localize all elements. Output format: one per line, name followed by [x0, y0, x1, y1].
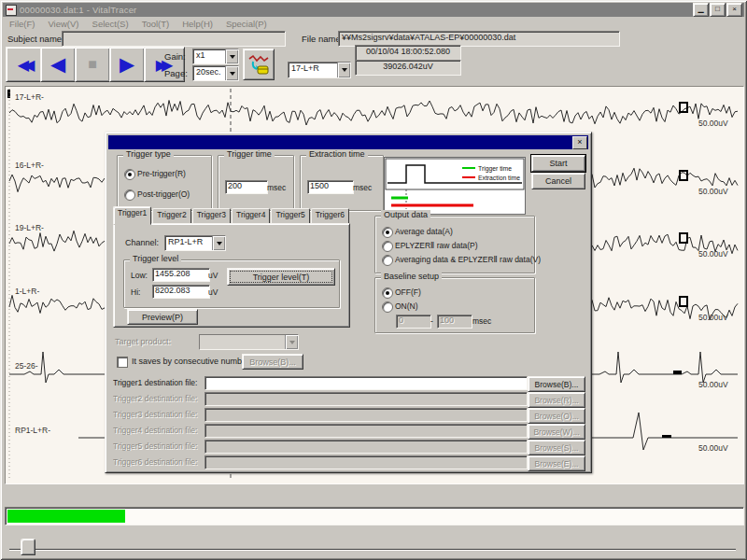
destination-label: Trigger5 destination file:: [113, 441, 203, 451]
extraction-time-input[interactable]: 1500: [307, 180, 354, 194]
target-product-label: Target product:: [115, 337, 171, 346]
legend-trigger-label: Trigger time: [478, 165, 512, 173]
channel-label: 25-26-: [15, 361, 38, 371]
tab-trigger4[interactable]: Trigger4: [232, 208, 270, 224]
stop-icon: ■: [88, 56, 97, 73]
browse-button: Browse(E)...: [528, 455, 585, 471]
trigger-channel-dropdown-button[interactable]: [212, 236, 225, 250]
scroll-slider-track[interactable]: [9, 549, 736, 551]
channel-scale: 50.00uV: [698, 313, 728, 322]
channel-select[interactable]: 17-L+R: [288, 62, 351, 78]
subject-name-label: Subject name: [7, 34, 62, 44]
destination-input: [204, 408, 528, 422]
tab-trigger2[interactable]: Trigger2: [152, 208, 190, 224]
trigger-level-button[interactable]: Trigger level(T): [227, 268, 335, 286]
destination-input: [204, 424, 528, 438]
start-button[interactable]: Start: [531, 155, 585, 172]
page-dropdown-button[interactable]: [225, 66, 238, 80]
stop-button[interactable]: ■: [75, 47, 110, 82]
chevron-down-icon: [289, 341, 295, 344]
gain-label: Gain:: [164, 51, 186, 62]
menu-item-help[interactable]: Help(H): [176, 19, 219, 29]
tab-trigger5[interactable]: Trigger5: [271, 208, 309, 224]
average-data-radio[interactable]: [382, 227, 393, 238]
menu-item-tool[interactable]: Tool(T): [135, 19, 176, 29]
destination-label: Trigger6 destination file:: [113, 457, 203, 467]
forward-button[interactable]: ▶: [109, 47, 145, 82]
page-value: 20sec.: [193, 66, 225, 80]
progress-bar: [5, 507, 744, 525]
pre-trigger-radio[interactable]: [124, 169, 135, 180]
destination-label: Trigger4 destination file:: [113, 426, 203, 435]
channel-scale: 50.00uV: [698, 119, 728, 128]
trigger-level-hi-input[interactable]: 8202.083: [152, 285, 210, 299]
maximize-icon[interactable]: □: [710, 3, 726, 17]
destination-input: [204, 455, 528, 469]
datetime-display: 00/10/04 18:00:52.080: [355, 45, 461, 61]
forward-icon: ▶: [120, 53, 134, 76]
cancel-button[interactable]: Cancel: [531, 173, 585, 189]
channel-scale: 50.00uV: [698, 187, 728, 196]
trigger-level-group: Trigger level Low: 1455.208 uV Hi: 8202.…: [123, 259, 340, 308]
chevron-down-icon: [230, 72, 235, 76]
consecutive-numbers-checkbox[interactable]: [117, 357, 128, 368]
browse-button[interactable]: Browse(B)...: [528, 376, 585, 392]
menu-bar: File(F) View(V) Select(S) Tool(T) Help(H…: [3, 17, 744, 30]
menu-item-file[interactable]: File(F): [3, 19, 41, 29]
trigger-level-low-input[interactable]: 1455.208: [152, 268, 210, 282]
eplyzer-raw-radio[interactable]: [382, 241, 393, 252]
legend-extraction-label: Extraction time: [478, 175, 520, 181]
baseline-on-radio[interactable]: [382, 301, 393, 313]
menu-item-special[interactable]: Special(P): [219, 19, 274, 29]
browse-button: Browse(S)...: [528, 440, 585, 455]
destination-label: Trigger2 destination file:: [113, 394, 203, 403]
rewind-button[interactable]: ◀: [40, 47, 76, 82]
channel-label: RP1-L+R-: [15, 426, 50, 435]
channel-scale: 50.00uV: [698, 380, 728, 389]
channel-label: 1-L+R-: [15, 287, 39, 296]
channel-scale: 50.00uV: [698, 249, 728, 259]
output-data-group: Output data Average data(A) EPLYZERⅡ raw…: [374, 216, 535, 273]
trigger1-panel: Channel: RP1-L+R Trigger level Low: 1455…: [113, 223, 350, 328]
close-icon[interactable]: ×: [726, 3, 742, 17]
menu-item-view[interactable]: View(V): [41, 19, 85, 29]
fast-rewind-icon: ◀◀: [18, 56, 30, 74]
subject-name-field[interactable]: [62, 31, 286, 47]
rewind-icon: ◀: [50, 53, 65, 76]
scroll-slider-handle[interactable]: [21, 539, 35, 555]
gain-dropdown-button[interactable]: [225, 49, 238, 63]
destination-label: Trigger1 destination file:: [113, 378, 203, 387]
channel-label: 19-L+R-: [15, 223, 44, 232]
tab-trigger6[interactable]: Trigger6: [311, 208, 349, 224]
trigger-channel-select[interactable]: RP1-L+R: [164, 235, 226, 251]
post-trigger-radio[interactable]: [124, 189, 135, 201]
trigger-tabs: Trigger1 Trigger2 Trigger3 Trigger4 Trig…: [113, 209, 350, 224]
page-select[interactable]: 20sec.: [192, 65, 239, 81]
trigger-time-group: Trigger time 200 msec: [218, 155, 294, 211]
window-titlebar: 00000030.dat:1 - VitalTracer ▁ □ ×: [3, 3, 744, 17]
browse-button: Browse(R)...: [528, 392, 585, 408]
destination-input[interactable]: [204, 376, 528, 390]
progress-fill: [7, 510, 125, 523]
trigger-type-group: Trigger type Pre-trigger(R) Post-trigger…: [117, 155, 212, 211]
channel-scale: 50.00uV: [698, 443, 728, 453]
menu-item-select[interactable]: Select(S): [86, 19, 135, 29]
dialog-titlebar: ×: [108, 135, 588, 149]
baseline-off-radio[interactable]: [382, 287, 393, 299]
waveform-save-icon: [247, 53, 270, 76]
preview-button[interactable]: Preview(P): [127, 309, 198, 325]
channel-dropdown-button[interactable]: [337, 63, 350, 77]
amplitude-display: 39026.042uV: [355, 60, 461, 76]
baseline-from-input: 0: [396, 315, 431, 329]
minimize-icon[interactable]: ▁: [693, 3, 709, 17]
trigger-time-input[interactable]: 200: [225, 180, 268, 194]
tab-trigger3[interactable]: Trigger3: [192, 208, 231, 224]
save-waveform-button[interactable]: [243, 49, 275, 80]
baseline-setup-group: Baseline setup OFF(F) ON(N) 0 - 100 msec: [374, 277, 535, 333]
gain-select[interactable]: x1: [192, 49, 239, 64]
averaging-and-raw-radio[interactable]: [382, 255, 393, 266]
channel-label: 16-L+R-: [15, 161, 44, 170]
chevron-down-icon: [230, 55, 235, 59]
tab-trigger1[interactable]: Trigger1: [113, 206, 151, 225]
dialog-close-icon[interactable]: ×: [572, 136, 587, 149]
